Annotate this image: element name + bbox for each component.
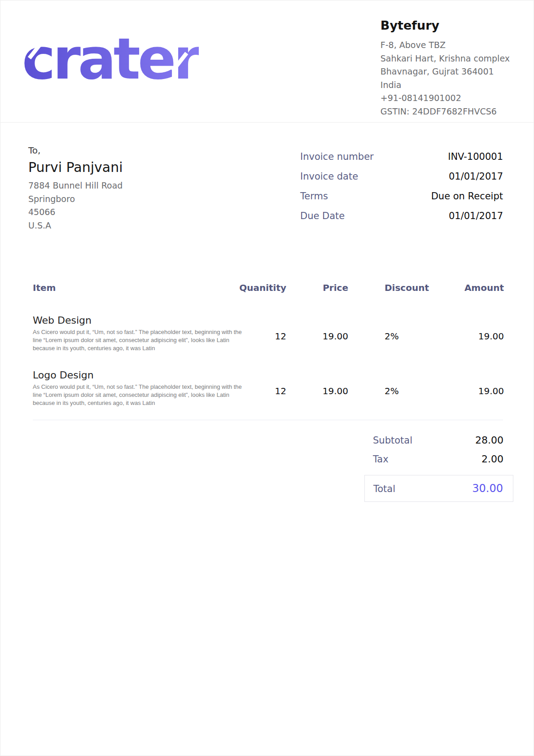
bill-to-address-line: U.S.A xyxy=(28,219,123,233)
tax-value: 2.00 xyxy=(481,453,503,465)
item-description: As Cicero would put it, “Um, not so fast… xyxy=(33,383,245,407)
invoice-number-label: Invoice number xyxy=(300,151,374,162)
item-price: 19.00 xyxy=(286,369,348,407)
subtotal-label: Subtotal xyxy=(373,435,412,446)
item-description: As Cicero would put it, “Um, not so fast… xyxy=(33,328,245,352)
bill-to-name: Purvi Panjvani xyxy=(28,159,123,175)
table-bottom-divider xyxy=(33,420,503,420)
crater-logo-text: crater xyxy=(22,26,199,92)
company-phone: +91-08141901002 xyxy=(381,92,510,105)
crater-logo: crater xyxy=(22,31,199,88)
table-row: Web Design As Cicero would put it, “Um, … xyxy=(33,304,503,359)
invoice-page: crater Bytefury F-8, Above TBZ Sahkari H… xyxy=(0,0,534,756)
column-header-amount: Amount xyxy=(427,282,504,293)
meta-row-invoice-number: Invoice number INV-100001 xyxy=(300,151,503,162)
company-address-line: F-8, Above TBZ xyxy=(381,39,510,52)
invoice-date-label: Invoice date xyxy=(300,171,358,182)
tax-row: Tax 2.00 xyxy=(364,453,513,465)
invoice-header: crater Bytefury F-8, Above TBZ Sahkari H… xyxy=(0,0,534,123)
company-name: Bytefury xyxy=(381,18,510,32)
column-header-price: Price xyxy=(286,282,348,293)
item-quantity: 12 xyxy=(244,369,286,407)
invoice-number-value: INV-100001 xyxy=(448,151,503,162)
item-discount: 2% xyxy=(348,369,427,407)
company-info-block: Bytefury F-8, Above TBZ Sahkari Hart, Kr… xyxy=(381,18,510,118)
total-value: 30.00 xyxy=(472,482,503,495)
bill-to-address-line: 45066 xyxy=(28,206,123,219)
item-price: 19.00 xyxy=(286,315,348,352)
company-address-line: Bhavnagar, Gujrat 364001 xyxy=(381,65,510,79)
totals-section: Subtotal 28.00 Tax 2.00 Total 30.00 xyxy=(364,435,513,502)
item-amount: 19.00 xyxy=(427,315,504,352)
company-gstin: GSTIN: 24DDF7682FHVCS6 xyxy=(381,105,510,119)
item-amount: 19.00 xyxy=(427,369,504,407)
subtotal-row: Subtotal 28.00 xyxy=(364,435,513,446)
total-box: Total 30.00 xyxy=(364,475,513,502)
meta-row-invoice-date: Invoice date 01/01/2017 xyxy=(300,171,503,182)
subtotal-value: 28.00 xyxy=(475,435,503,446)
item-quantity: 12 xyxy=(244,315,286,352)
item-name: Logo Design xyxy=(33,369,244,381)
due-date-label: Due Date xyxy=(300,211,345,221)
bill-to-address-line: 7884 Bunnel Hill Road xyxy=(28,179,123,193)
due-date-value: 01/01/2017 xyxy=(449,211,503,221)
billing-section: To, Purvi Panjvani 7884 Bunnel Hill Road… xyxy=(0,123,534,232)
column-header-item: Item xyxy=(33,282,221,293)
meta-row-due-date: Due Date 01/01/2017 xyxy=(300,211,503,221)
tax-label: Tax xyxy=(373,454,389,465)
terms-label: Terms xyxy=(300,191,328,202)
item-cell: Web Design As Cicero would put it, “Um, … xyxy=(33,315,244,352)
invoice-meta-block: Invoice number INV-100001 Invoice date 0… xyxy=(300,151,503,232)
meta-row-terms: Terms Due on Receipt xyxy=(300,191,503,202)
bill-to-label: To, xyxy=(28,145,123,156)
items-table: Item Quanitity Price Discount Amount Web… xyxy=(33,282,503,420)
invoice-date-value: 01/01/2017 xyxy=(449,171,503,182)
company-address-line: India xyxy=(381,79,510,92)
items-table-header: Item Quanitity Price Discount Amount xyxy=(33,282,503,304)
column-header-quantity: Quanitity xyxy=(221,282,286,293)
table-row: Logo Design As Cicero would put it, “Um,… xyxy=(33,359,503,413)
terms-value: Due on Receipt xyxy=(431,191,503,202)
bill-to-address-line: Springboro xyxy=(28,193,123,206)
column-header-discount: Discount xyxy=(348,282,427,293)
item-discount: 2% xyxy=(348,315,427,352)
item-cell: Logo Design As Cicero would put it, “Um,… xyxy=(33,369,244,407)
total-label: Total xyxy=(373,483,395,494)
item-name: Web Design xyxy=(33,315,244,326)
company-address-line: Sahkari Hart, Krishna complex xyxy=(381,52,510,66)
bill-to-block: To, Purvi Panjvani 7884 Bunnel Hill Road… xyxy=(28,145,123,232)
